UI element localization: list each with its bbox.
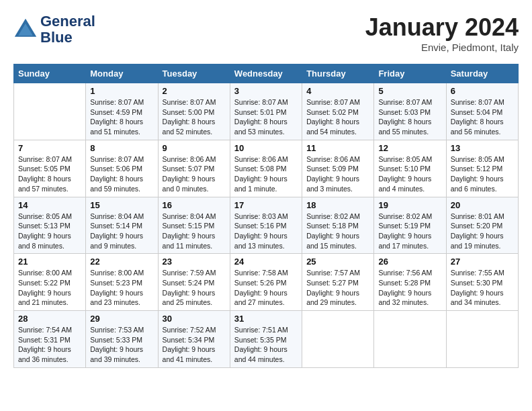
day-header-tuesday: Tuesday bbox=[158, 64, 230, 83]
day-info: Sunrise: 7:51 AMSunset: 5:35 PMDaylight:… bbox=[234, 325, 298, 365]
day-info: Sunrise: 8:02 AMSunset: 5:19 PMDaylight:… bbox=[378, 212, 441, 251]
day-info: Sunrise: 8:07 AMSunset: 5:04 PMDaylight:… bbox=[451, 97, 514, 137]
calendar-cell: 28Sunrise: 7:54 AMSunset: 5:31 PMDayligh… bbox=[14, 311, 86, 368]
calendar-cell: 27Sunrise: 7:55 AMSunset: 5:30 PMDayligh… bbox=[446, 254, 518, 311]
location: Envie, Piedmont, Italy bbox=[365, 42, 519, 53]
day-info: Sunrise: 8:05 AMSunset: 5:10 PMDaylight:… bbox=[378, 154, 441, 194]
calendar-cell: 14Sunrise: 8:05 AMSunset: 5:13 PMDayligh… bbox=[14, 197, 86, 254]
day-number: 31 bbox=[234, 314, 298, 324]
calendar-cell: 18Sunrise: 8:02 AMSunset: 5:18 PMDayligh… bbox=[302, 197, 374, 254]
day-number: 23 bbox=[163, 257, 226, 267]
calendar-cell: 9Sunrise: 8:06 AMSunset: 5:07 PMDaylight… bbox=[158, 140, 230, 197]
day-info: Sunrise: 8:07 AMSunset: 5:05 PMDaylight:… bbox=[18, 154, 81, 194]
calendar-cell: 16Sunrise: 8:04 AMSunset: 5:15 PMDayligh… bbox=[158, 197, 230, 254]
day-info: Sunrise: 8:07 AMSunset: 5:01 PMDaylight:… bbox=[234, 97, 298, 137]
calendar-week-row: 1Sunrise: 8:07 AMSunset: 4:59 PMDaylight… bbox=[14, 83, 519, 140]
day-info: Sunrise: 8:06 AMSunset: 5:07 PMDaylight:… bbox=[163, 154, 226, 194]
calendar-week-row: 21Sunrise: 8:00 AMSunset: 5:22 PMDayligh… bbox=[14, 254, 519, 311]
day-number: 8 bbox=[90, 143, 153, 153]
calendar-cell: 7Sunrise: 8:07 AMSunset: 5:05 PMDaylight… bbox=[14, 140, 86, 197]
day-info: Sunrise: 7:54 AMSunset: 5:31 PMDaylight:… bbox=[18, 325, 81, 365]
calendar-cell: 6Sunrise: 8:07 AMSunset: 5:04 PMDaylight… bbox=[446, 83, 518, 140]
day-info: Sunrise: 7:55 AMSunset: 5:30 PMDaylight:… bbox=[451, 268, 514, 308]
day-number: 3 bbox=[234, 86, 298, 96]
calendar-cell: 23Sunrise: 7:59 AMSunset: 5:24 PMDayligh… bbox=[158, 254, 230, 311]
calendar-table: SundayMondayTuesdayWednesdayThursdayFrid… bbox=[13, 64, 519, 368]
day-info: Sunrise: 8:07 AMSunset: 5:00 PMDaylight:… bbox=[163, 97, 226, 137]
day-number: 20 bbox=[451, 200, 514, 210]
day-info: Sunrise: 8:07 AMSunset: 5:06 PMDaylight:… bbox=[90, 154, 153, 194]
day-info: Sunrise: 8:03 AMSunset: 5:16 PMDaylight:… bbox=[234, 212, 298, 251]
calendar-week-row: 7Sunrise: 8:07 AMSunset: 5:05 PMDaylight… bbox=[14, 140, 519, 197]
day-info: Sunrise: 8:06 AMSunset: 5:09 PMDaylight:… bbox=[306, 154, 369, 194]
calendar-cell: 19Sunrise: 8:02 AMSunset: 5:19 PMDayligh… bbox=[374, 197, 446, 254]
day-number: 5 bbox=[378, 86, 441, 96]
day-number: 24 bbox=[234, 257, 298, 267]
day-info: Sunrise: 7:52 AMSunset: 5:34 PMDaylight:… bbox=[163, 325, 226, 365]
day-info: Sunrise: 8:00 AMSunset: 5:23 PMDaylight:… bbox=[90, 268, 153, 308]
day-info: Sunrise: 8:01 AMSunset: 5:20 PMDaylight:… bbox=[451, 212, 514, 251]
calendar-cell: 24Sunrise: 7:58 AMSunset: 5:26 PMDayligh… bbox=[230, 254, 302, 311]
day-number: 22 bbox=[90, 257, 153, 267]
day-info: Sunrise: 7:53 AMSunset: 5:33 PMDaylight:… bbox=[90, 325, 153, 365]
day-header-saturday: Saturday bbox=[446, 64, 518, 83]
day-info: Sunrise: 7:56 AMSunset: 5:28 PMDaylight:… bbox=[378, 268, 441, 308]
logo: GeneralBlue bbox=[13, 13, 95, 46]
calendar-cell: 31Sunrise: 7:51 AMSunset: 5:35 PMDayligh… bbox=[230, 311, 302, 368]
day-number: 6 bbox=[451, 86, 514, 96]
calendar-cell: 30Sunrise: 7:52 AMSunset: 5:34 PMDayligh… bbox=[158, 311, 230, 368]
calendar-cell: 4Sunrise: 8:07 AMSunset: 5:02 PMDaylight… bbox=[302, 83, 374, 140]
page-header: GeneralBlue January 2024 Envie, Piedmont… bbox=[13, 13, 519, 53]
month-title: January 2024 bbox=[365, 13, 519, 42]
calendar-cell: 13Sunrise: 8:05 AMSunset: 5:12 PMDayligh… bbox=[446, 140, 518, 197]
calendar-cell: 11Sunrise: 8:06 AMSunset: 5:09 PMDayligh… bbox=[302, 140, 374, 197]
calendar-cell: 22Sunrise: 8:00 AMSunset: 5:23 PMDayligh… bbox=[86, 254, 158, 311]
calendar-cell: 29Sunrise: 7:53 AMSunset: 5:33 PMDayligh… bbox=[86, 311, 158, 368]
day-info: Sunrise: 8:04 AMSunset: 5:14 PMDaylight:… bbox=[90, 212, 153, 251]
day-number: 29 bbox=[90, 314, 153, 324]
logo-icon bbox=[13, 17, 38, 42]
calendar-cell: 8Sunrise: 8:07 AMSunset: 5:06 PMDaylight… bbox=[86, 140, 158, 197]
calendar-cell: 12Sunrise: 8:05 AMSunset: 5:10 PMDayligh… bbox=[374, 140, 446, 197]
calendar-cell: 25Sunrise: 7:57 AMSunset: 5:27 PMDayligh… bbox=[302, 254, 374, 311]
day-number: 15 bbox=[90, 200, 153, 210]
day-number: 12 bbox=[378, 143, 441, 153]
calendar-week-row: 14Sunrise: 8:05 AMSunset: 5:13 PMDayligh… bbox=[14, 197, 519, 254]
calendar-cell: 17Sunrise: 8:03 AMSunset: 5:16 PMDayligh… bbox=[230, 197, 302, 254]
day-number: 18 bbox=[306, 200, 369, 210]
day-number: 17 bbox=[234, 200, 298, 210]
calendar-cell bbox=[374, 311, 446, 368]
calendar-header-row: SundayMondayTuesdayWednesdayThursdayFrid… bbox=[14, 64, 519, 83]
day-header-wednesday: Wednesday bbox=[230, 64, 302, 83]
calendar-cell: 26Sunrise: 7:56 AMSunset: 5:28 PMDayligh… bbox=[374, 254, 446, 311]
day-info: Sunrise: 8:02 AMSunset: 5:18 PMDaylight:… bbox=[306, 212, 369, 251]
calendar-cell bbox=[302, 311, 374, 368]
title-area: January 2024 Envie, Piedmont, Italy bbox=[365, 13, 519, 53]
logo-text: GeneralBlue bbox=[40, 13, 95, 46]
calendar-week-row: 28Sunrise: 7:54 AMSunset: 5:31 PMDayligh… bbox=[14, 311, 519, 368]
day-number: 16 bbox=[163, 200, 226, 210]
calendar-cell: 10Sunrise: 8:06 AMSunset: 5:08 PMDayligh… bbox=[230, 140, 302, 197]
day-number: 7 bbox=[18, 143, 81, 153]
calendar-cell: 2Sunrise: 8:07 AMSunset: 5:00 PMDaylight… bbox=[158, 83, 230, 140]
day-number: 25 bbox=[306, 257, 369, 267]
day-number: 11 bbox=[306, 143, 369, 153]
day-number: 30 bbox=[163, 314, 226, 324]
day-info: Sunrise: 8:05 AMSunset: 5:12 PMDaylight:… bbox=[451, 154, 514, 194]
day-header-monday: Monday bbox=[86, 64, 158, 83]
day-info: Sunrise: 8:07 AMSunset: 4:59 PMDaylight:… bbox=[90, 97, 153, 137]
day-info: Sunrise: 8:07 AMSunset: 5:02 PMDaylight:… bbox=[306, 97, 369, 137]
day-number: 10 bbox=[234, 143, 298, 153]
day-number: 2 bbox=[163, 86, 226, 96]
day-header-friday: Friday bbox=[374, 64, 446, 83]
calendar-cell: 3Sunrise: 8:07 AMSunset: 5:01 PMDaylight… bbox=[230, 83, 302, 140]
day-number: 21 bbox=[18, 257, 81, 267]
calendar-cell: 21Sunrise: 8:00 AMSunset: 5:22 PMDayligh… bbox=[14, 254, 86, 311]
calendar-cell: 15Sunrise: 8:04 AMSunset: 5:14 PMDayligh… bbox=[86, 197, 158, 254]
day-number: 26 bbox=[378, 257, 441, 267]
day-info: Sunrise: 8:06 AMSunset: 5:08 PMDaylight:… bbox=[234, 154, 298, 194]
day-info: Sunrise: 8:04 AMSunset: 5:15 PMDaylight:… bbox=[163, 212, 226, 251]
day-info: Sunrise: 7:59 AMSunset: 5:24 PMDaylight:… bbox=[163, 268, 226, 308]
calendar-cell: 1Sunrise: 8:07 AMSunset: 4:59 PMDaylight… bbox=[86, 83, 158, 140]
day-number: 13 bbox=[451, 143, 514, 153]
